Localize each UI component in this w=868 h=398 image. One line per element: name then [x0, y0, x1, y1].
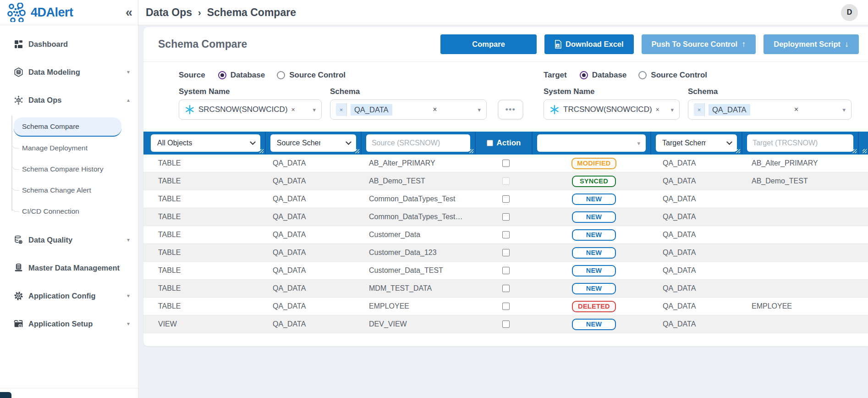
chip-remove-icon[interactable]: × [694, 103, 705, 116]
column-resize-handle[interactable] [469, 149, 473, 153]
compare-table: All Objects Source Schema [143, 132, 868, 333]
push-source-control-button[interactable]: Push To Source Control ↑ [642, 34, 756, 54]
download-excel-button[interactable]: x Download Excel [544, 34, 634, 54]
sidebar-item-dashboard[interactable]: Dashboard [0, 36, 138, 52]
source-name-cell: AB_Demo_TEST [363, 177, 477, 185]
row-checkbox[interactable] [502, 267, 510, 274]
target-schema-cell: QA_DATA [654, 249, 745, 257]
status-filter-select[interactable]: ▾ [537, 134, 646, 152]
svg-text:x: x [557, 44, 559, 47]
column-resize-handle[interactable] [863, 149, 867, 153]
sidebar-item-application-setup[interactable]: Application Setup ▾ [0, 316, 138, 332]
source-schema-cell: QA_DATA [266, 284, 363, 293]
source-schema-cell: QA_DATA [266, 195, 363, 203]
user-avatar[interactable]: D [841, 4, 858, 21]
row-checkbox[interactable] [502, 195, 510, 203]
sidebar-item-master-data-management[interactable]: Master Data Management [0, 260, 138, 276]
brand-logo-icon [7, 3, 27, 22]
sidebar-nav: Dashboard Data Modeling ▾ Data Ops ▴ [0, 25, 138, 332]
row-checkbox[interactable] [502, 321, 510, 328]
source-database-radio[interactable]: Database [218, 71, 265, 80]
clear-icon[interactable]: × [433, 105, 437, 114]
target-source-control-radio[interactable]: Source Control [638, 71, 707, 80]
radio-dot [218, 71, 226, 79]
sidebar-item-data-ops[interactable]: Data Ops ▴ [0, 92, 138, 108]
select-all-checkbox[interactable] [487, 140, 493, 146]
dropdown-caret-icon: ▾ [313, 106, 316, 113]
breadcrumb: Data Ops › Schema Compare [146, 6, 296, 19]
deployment-script-button[interactable]: Deployment Script ↓ [764, 34, 859, 54]
source-name-filter-input[interactable] [366, 134, 470, 152]
table-row: TABLE QA_DATA EMPLOYEE DELETED QA_DATA E… [143, 298, 868, 315]
object-type-cell: TABLE [143, 302, 266, 310]
bottom-left-widget[interactable] [0, 392, 11, 398]
object-type-cell: TABLE [143, 159, 266, 167]
status-badge: NEW [572, 247, 616, 259]
sidebar-subitem[interactable]: Manage Deployment [0, 138, 138, 159]
table-row: TABLE QA_DATA MDM_TEST_DATA NEW QA_DATA [143, 280, 868, 298]
column-resize-handle[interactable] [736, 149, 740, 153]
remove-icon[interactable]: × [291, 106, 295, 113]
target-filter-group: Target Database Source Control System Na… [544, 69, 852, 120]
target-schema-cell: QA_DATA [654, 284, 745, 293]
column-resize-handle[interactable] [852, 149, 857, 153]
sidebar-subitem[interactable]: Schema Compare [14, 117, 121, 137]
target-schema-dropdown[interactable]: × QA_DATA × ▾ [688, 100, 852, 120]
more-options-button[interactable]: ••• [498, 100, 523, 120]
row-checkbox[interactable] [502, 213, 510, 221]
dropdown-caret-icon: ▾ [670, 106, 674, 113]
brand-name: 4DAlert [31, 6, 73, 20]
row-checkbox[interactable] [502, 160, 510, 167]
target-label: Target [544, 71, 567, 80]
source-schema-dropdown[interactable]: × QA_DATA × ▾ [330, 100, 487, 120]
filters-section: Source Database Source Control System Na… [143, 62, 868, 125]
dashboard-icon [13, 40, 24, 49]
target-schema-filter-select[interactable]: Target Schema [656, 134, 737, 152]
target-database-radio[interactable]: Database [580, 71, 627, 80]
object-type-cell: VIEW [143, 320, 266, 328]
sidebar-subitem[interactable]: Schema Change Alert [0, 180, 138, 201]
card-header: Schema Compare Compare x Download Excel … [143, 27, 868, 62]
sidebar-subitem[interactable]: Schema Compare History [0, 159, 138, 180]
remove-icon[interactable]: × [656, 106, 659, 113]
object-type-cell: TABLE [143, 249, 266, 257]
breadcrumb-parent[interactable]: Data Ops [146, 6, 192, 19]
status-badge: NEW [572, 319, 616, 330]
sidebar-item-label: Data Modeling [28, 68, 80, 77]
row-checkbox[interactable] [502, 231, 510, 238]
folder-gear-icon [13, 319, 24, 329]
source-schema-cell: QA_DATA [266, 177, 363, 185]
row-checkbox[interactable] [502, 177, 510, 185]
row-checkbox[interactable] [502, 249, 510, 256]
compare-button[interactable]: Compare [440, 34, 537, 54]
row-checkbox[interactable] [502, 285, 510, 292]
source-source-control-radio[interactable]: Source Control [277, 71, 346, 80]
source-schema-cell: QA_DATA [266, 266, 363, 275]
sidebar-collapse-button[interactable]: « [126, 6, 132, 19]
object-type-filter-select[interactable]: All Objects [151, 134, 260, 152]
source-system-dropdown[interactable]: SRCSNOW(SNOWCICD) × ▾ [179, 100, 322, 120]
select-chevron-icon [726, 139, 732, 145]
action-column-label: Action [497, 138, 521, 148]
column-resize-handle[interactable] [355, 149, 359, 153]
sidebar-item-data-quality[interactable]: Data Quality ▾ [0, 232, 138, 248]
sidebar-subitem[interactable]: CI/CD Connection [0, 201, 138, 222]
target-name-cell: AB_Demo_TEST [745, 177, 862, 185]
sidebar-item-data-modeling[interactable]: Data Modeling ▾ [0, 64, 138, 80]
clear-icon[interactable]: × [794, 105, 798, 114]
table-row: TABLE QA_DATA Customer_Data_123 NEW QA_D… [143, 244, 868, 262]
table-body: TABLE QA_DATA AB_Alter_PRIMARY MODIFIED … [143, 155, 868, 333]
sidebar-item-label: Data Ops [28, 96, 61, 105]
main-content: Schema Compare Compare x Download Excel … [138, 25, 868, 398]
source-schema-cell: QA_DATA [266, 231, 363, 239]
chip-remove-icon[interactable]: × [336, 103, 347, 116]
sidebar-item-application-config[interactable]: Application Config ▾ [0, 288, 138, 304]
target-system-dropdown[interactable]: TRCSNOW(SNOWCICD) × ▾ [544, 100, 680, 120]
excel-icon: x [555, 40, 561, 49]
target-schema-cell: QA_DATA [654, 159, 745, 167]
status-badge: NEW [572, 283, 616, 294]
target-name-filter-input[interactable] [747, 134, 853, 152]
source-schema-filter-select[interactable]: Source Schema [270, 134, 356, 152]
column-resize-handle[interactable] [259, 149, 264, 153]
row-checkbox[interactable] [502, 303, 510, 310]
